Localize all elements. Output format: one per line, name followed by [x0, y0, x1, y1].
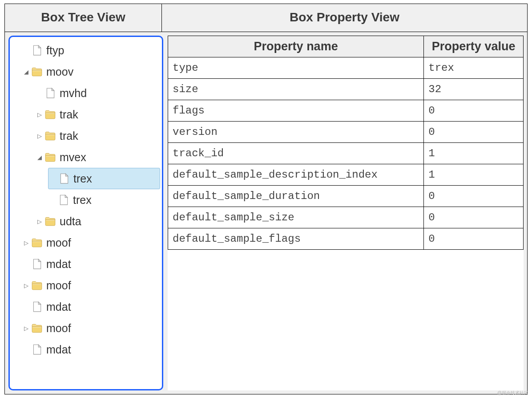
folder-icon	[44, 130, 56, 142]
property-row[interactable]: version0	[168, 122, 524, 143]
property-name: default_sample_description_index	[168, 164, 424, 186]
tree-item-trak[interactable]: ▷trak	[35, 104, 162, 125]
chevron-right-icon[interactable]: ▷	[35, 111, 44, 118]
file-icon	[31, 344, 43, 355]
property-row[interactable]: track_id1	[168, 143, 524, 164]
tree-item-label: trex	[73, 194, 92, 207]
tree-item-label: mdat	[46, 258, 71, 271]
tree-item-moof[interactable]: ▷moof	[21, 232, 162, 253]
property-row[interactable]: flags0	[168, 100, 524, 122]
property-name: size	[168, 79, 424, 100]
tree-item-label: mdat	[46, 343, 71, 356]
folder-icon	[31, 280, 43, 291]
tree-item-trak[interactable]: ▷trak	[35, 125, 162, 146]
file-icon	[31, 45, 43, 56]
watermark: @掘金技术社区	[497, 390, 528, 396]
chevron-right-icon[interactable]: ▷	[21, 325, 31, 332]
folder-icon	[31, 322, 43, 334]
folder-icon	[31, 66, 43, 77]
tree-item-mdat[interactable]: mdat	[21, 296, 162, 317]
chevron-down-icon[interactable]: ◢	[21, 69, 31, 75]
chevron-right-icon[interactable]: ▷	[21, 240, 31, 246]
property-value: 1	[424, 143, 524, 164]
tree-item-label: mvhd	[60, 87, 87, 100]
property-name: flags	[168, 100, 424, 122]
chevron-down-icon[interactable]: ◢	[35, 154, 44, 161]
property-value: 0	[424, 100, 524, 122]
property-name: default_sample_flags	[168, 228, 424, 250]
property-row[interactable]: default_sample_size0	[168, 207, 524, 228]
property-name: track_id	[168, 143, 424, 164]
property-name: type	[168, 57, 424, 79]
property-value: 32	[424, 79, 524, 100]
property-value: 0	[424, 228, 524, 250]
tree-item-mvex[interactable]: ◢mvex	[35, 146, 162, 168]
tree-item-label: moov	[46, 65, 73, 78]
box-property-view: Property name Property value typetrexsiz…	[168, 36, 524, 390]
property-panel-title: Box Property View	[162, 4, 527, 32]
tree-item-trex[interactable]: trex	[48, 168, 160, 189]
property-row[interactable]: default_sample_duration0	[168, 186, 524, 207]
tree-item-moov[interactable]: ◢moov	[21, 61, 162, 82]
tree-item-label: trex	[73, 172, 92, 185]
tree-item-moof[interactable]: ▷moof	[21, 317, 162, 339]
panel-headers: Box Tree View Box Property View	[5, 4, 527, 32]
folder-icon	[44, 151, 56, 163]
folder-icon	[31, 237, 43, 248]
property-row[interactable]: default_sample_flags0	[168, 228, 524, 250]
property-row[interactable]: size32	[168, 79, 524, 100]
tree-item-label: moof	[46, 236, 71, 249]
file-icon	[44, 87, 56, 99]
tree-item-trex[interactable]: trex	[48, 189, 162, 211]
tree-panel-title: Box Tree View	[5, 4, 162, 32]
property-value: 0	[424, 186, 524, 207]
property-value: trex	[424, 57, 524, 79]
file-icon	[58, 194, 69, 206]
tree-item-mdat[interactable]: mdat	[21, 253, 162, 275]
tree-item-label: mdat	[46, 301, 71, 313]
tree-item-label: trak	[60, 130, 78, 142]
tree-item-label: udta	[60, 215, 81, 228]
tree-item-label: moof	[46, 322, 71, 335]
file-icon	[58, 173, 70, 184]
property-name: version	[168, 122, 424, 143]
file-icon	[31, 301, 43, 313]
chevron-right-icon[interactable]: ▷	[35, 133, 44, 139]
file-icon	[31, 258, 43, 270]
property-value: 1	[424, 164, 524, 186]
tree-item-label: trak	[60, 108, 78, 121]
folder-icon	[44, 215, 56, 227]
chevron-right-icon[interactable]: ▷	[35, 218, 44, 225]
panel-body: ftyp◢moovmvhd▷trak▷trak◢mvextrextrex▷udt…	[5, 32, 527, 394]
app-frame: Box Tree View Box Property View ftyp◢moo…	[4, 4, 528, 394]
property-row[interactable]: default_sample_description_index1	[168, 164, 524, 186]
property-value: 0	[424, 207, 524, 228]
property-value: 0	[424, 122, 524, 143]
tree-item-label: ftyp	[46, 44, 64, 57]
box-tree-view[interactable]: ftyp◢moovmvhd▷trak▷trak◢mvextrextrex▷udt…	[8, 36, 163, 390]
tree-item-moof[interactable]: ▷moof	[21, 275, 162, 296]
property-name: default_sample_duration	[168, 186, 424, 207]
property-table: Property name Property value typetrexsiz…	[168, 36, 524, 250]
property-row[interactable]: typetrex	[168, 57, 524, 79]
folder-icon	[44, 109, 56, 120]
chevron-right-icon[interactable]: ▷	[21, 282, 31, 289]
property-name: default_sample_size	[168, 207, 424, 228]
tree-item-mvhd[interactable]: mvhd	[35, 82, 162, 104]
col-property-name: Property name	[168, 36, 424, 57]
tree-item-ftyp[interactable]: ftyp	[21, 40, 162, 61]
tree-item-mdat[interactable]: mdat	[21, 339, 162, 360]
col-property-value: Property value	[424, 36, 524, 57]
tree-item-udta[interactable]: ▷udta	[35, 211, 162, 232]
tree-item-label: moof	[46, 279, 71, 292]
tree-item-label: mvex	[60, 151, 86, 164]
